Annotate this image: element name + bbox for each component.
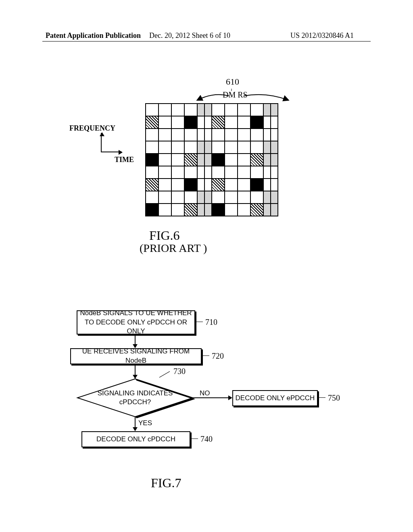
header-rule	[42, 41, 371, 42]
ref-num-730: 730	[173, 367, 186, 376]
axis-label-time: TIME	[115, 156, 134, 164]
figure-7-title: FIG.7	[151, 476, 181, 490]
header-right: US 2012/0320846 A1	[290, 31, 354, 40]
step-730-text: SIGNALING INDICATES cPDCCH?	[98, 389, 173, 407]
connector-arrow-right-icon	[228, 395, 232, 400]
connector-line	[135, 364, 136, 376]
step-710-text: NodeB SIGNALS TO UE WHETHER TO DECODE ON…	[77, 309, 194, 337]
axis-arrow-horizontal-icon	[101, 152, 122, 152]
header-center: Dec. 20, 2012 Sheet 6 of 10	[149, 31, 230, 40]
axis-arrow-vertical-icon	[101, 133, 102, 152]
ref-num-720: 720	[212, 351, 224, 361]
figure-6-subtitle: (PRIOR ART )	[140, 242, 207, 255]
ref-num-740: 740	[200, 434, 213, 444]
connector-line	[193, 397, 229, 398]
ref-730-lead	[159, 371, 170, 378]
connector-line	[135, 417, 136, 428]
decision-730: SIGNALING INDICATES cPDCCH?	[77, 379, 193, 417]
ref-720-tick	[201, 355, 209, 356]
ref-num-610: 610	[226, 77, 239, 87]
step-740-text: DECODE ONLY cPDCCH	[96, 435, 175, 444]
figure-6-title: FIG.6	[149, 228, 180, 243]
label-yes: YES	[138, 419, 152, 427]
step-720-text: UE RECEIVES SIGNALING FROM NodeB	[71, 347, 201, 366]
axis-label-frequency: FREQUENCY	[69, 124, 115, 133]
step-720-box: UE RECEIVES SIGNALING FROM NodeB	[70, 348, 202, 364]
step-750-box: DECODE ONLY ePDCCH	[232, 390, 318, 406]
header-left: Patent Application Publication	[46, 31, 141, 40]
step-710-box: NodeB SIGNALS TO UE WHETHER TO DECODE ON…	[77, 310, 195, 335]
ref-num-750: 750	[328, 393, 340, 403]
connector-arrow-down-icon	[133, 375, 138, 379]
resource-grid	[145, 103, 278, 216]
ref-num-710: 710	[205, 318, 217, 327]
ref-710-tick	[195, 322, 203, 322]
ref-740-tick	[190, 438, 198, 439]
connector-line	[135, 334, 136, 345]
step-740-box: DECODE ONLY cPDCCH	[81, 431, 190, 447]
ref-750-tick	[317, 397, 325, 398]
label-no: NO	[200, 389, 210, 397]
step-750-text: DECODE ONLY ePDCCH	[236, 394, 315, 403]
connector-arrow-down-icon	[133, 427, 138, 431]
